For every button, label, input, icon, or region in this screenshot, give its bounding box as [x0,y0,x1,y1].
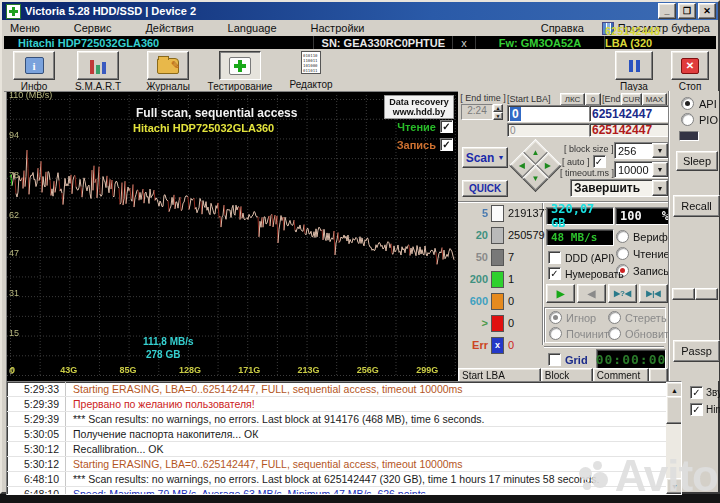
scroll-down-button[interactable]: ▼ [666,478,682,494]
step-back-button[interactable]: ◀ [577,284,606,303]
toolbar-editor[interactable]: 010110 110011 101000 011011 Редактор [282,51,340,90]
scan-button[interactable]: Scan▼ [462,147,508,168]
hints-checkbox[interactable]: ✓ [690,403,703,416]
legend-read-checkbox[interactable]: ✓ [440,120,453,133]
block-size-arrow[interactable]: ▼ [652,143,668,158]
menu-item-3[interactable]: Language [228,22,277,34]
y-tick-110: 110 (MB/s) [9,90,52,100]
after-action-arrow[interactable]: ▼ [652,180,668,196]
log-row-4[interactable]: 5:30:12Recallibration... OK [7,442,666,457]
scan-graph[interactable]: 110 (MB/s)9478624731150 043G85G128G171G2… [6,91,460,383]
log-scrollbar[interactable]: ▲ ▼ [666,382,681,494]
category-row-5: 52191377 [462,205,551,221]
menu-item-4[interactable]: Настройки [311,22,365,34]
defect-action-group: Игнор Стереть Починить Обновить [544,307,666,343]
y-tick-15: 15 [9,328,19,338]
seek-question-button[interactable]: ▶?◀ [608,284,637,303]
log-message: Speed: Maximum 79 MB/s. Average 63 MB/s.… [66,487,429,495]
toolbar-test[interactable]: Тестирование [202,51,278,92]
numerate-checkbox[interactable]: ✓ [548,267,561,280]
log-row-7[interactable]: 6:48:10Speed: Maximum 79 MB/s. Average 6… [7,487,666,495]
end-time-spinner[interactable]: 2:24 ▲▼ [461,104,503,120]
down-arrow-icon: ▼ [532,174,540,182]
menu-item-0[interactable]: Меню [10,22,40,34]
menu-item-1[interactable]: Сервис [74,22,112,34]
graph-title: Full scan, sequential access [136,106,297,120]
end-lba-input[interactable]: 625142447 [589,105,669,122]
log-row-5[interactable]: 5:30:12Starting ERASING, LBA=0..62514244… [7,457,666,472]
verify-radio[interactable] [616,230,629,243]
scroll-thumb[interactable] [666,396,682,424]
ignore-radio[interactable] [549,311,562,324]
log-time: 5:29:39 [7,412,66,426]
log-time: 6:48:10 [7,487,66,495]
menu-item-2[interactable]: Действия [145,22,193,34]
close-button[interactable]: ✕ [698,3,716,19]
x-tick-0: 0 [10,365,15,375]
category-count: 250579 [508,229,545,241]
quick-button[interactable]: QUICK [462,180,508,197]
hints-checkbox-row[interactable]: ✓Hints [690,403,720,416]
read-radio-row[interactable]: Чтение [616,247,670,260]
api-radio[interactable] [681,97,694,110]
toolbar-info[interactable]: i Инфо [10,51,58,92]
sound-checkbox-row[interactable]: ✓Звук [690,386,720,399]
maximize-button[interactable]: ❐ [678,3,696,19]
sleep-button[interactable]: Sleep [676,151,718,171]
numerate-checkbox-row[interactable]: ✓Нумеровать [548,267,624,280]
seek-end-button[interactable]: ▶|◀ [639,284,668,303]
erase-radio-row[interactable]: Стереть [608,311,667,324]
menu-item-help[interactable]: Справка [541,22,584,34]
log-panel[interactable]: 5:29:33Starting ERASING, LBA=0..62514244… [6,381,682,495]
verify-radio-row[interactable]: Вериф. [616,230,671,243]
end-time-up[interactable]: ▲ [493,104,503,112]
end-lba2-input[interactable]: 625142447 [589,123,669,137]
grid-checkbox[interactable] [548,353,561,366]
aux-button-2[interactable] [695,288,718,300]
grid-checkbox-row[interactable]: Grid [548,353,588,366]
erase-radio[interactable] [608,311,621,324]
timeout-arrow[interactable]: ▼ [652,162,668,177]
refresh-radio-row[interactable]: Обновить [608,327,675,340]
sound-checkbox[interactable]: ✓ [690,386,703,399]
timeout-select[interactable]: 10000 ▼ [614,161,669,178]
toolbar-smart[interactable]: S.M.A.R.T [66,51,130,92]
toolbar-pause[interactable]: Пауза [612,51,656,92]
auto-checkbox[interactable]: ✓ [593,155,606,168]
end-time-label: [ End time ] [459,93,507,103]
log-row-6[interactable]: 6:48:10*** Scan results: no warnings, no… [7,472,666,487]
ddd-checkbox-row[interactable]: DDD (API) [548,251,615,264]
timeout-label: [ timeout.ms ] [560,168,614,178]
legend-write-checkbox[interactable]: ✓ [440,138,453,151]
timer-display: 00:00:00 [596,349,666,369]
pio-radio-row[interactable]: PIO [681,113,718,126]
api-radio-row[interactable]: API [681,97,717,110]
ddd-checkbox[interactable] [548,251,561,264]
repair-radio[interactable] [549,327,562,340]
start-lba-input[interactable]: 0 [507,105,591,122]
log-row-0[interactable]: 5:29:33Starting ERASING, LBA=0..62514244… [7,382,666,397]
y-tick-62: 62 [9,210,19,220]
refresh-radio[interactable] [608,327,621,340]
block-size-select[interactable]: 256 ▼ [614,142,669,159]
toolbar-logs[interactable]: Журналы [138,51,198,92]
start-lba2-input[interactable]: 0 [507,123,591,137]
aux-button-1[interactable] [672,288,695,300]
play-button[interactable]: ▶ [546,284,575,303]
auto-label: [ auto ] [562,157,590,167]
recall-button[interactable]: Recall [673,195,720,217]
minimize-button[interactable]: _ [658,3,676,19]
toolbar-stop[interactable]: ✕ Стоп [668,51,712,92]
log-row-3[interactable]: 5:30:05Получение паспорта накопителя... … [7,427,666,442]
ignore-radio-row[interactable]: Игнор [549,311,596,324]
end-time-down[interactable]: ▼ [493,112,503,120]
pio-radio[interactable] [681,113,694,126]
serial-x-button[interactable]: x [453,36,476,49]
log-row-1[interactable]: 5:29:39Прервано по желанию пользователя! [7,397,666,412]
log-time: 5:30:12 [7,442,66,456]
read-radio[interactable] [616,247,629,260]
passp-button[interactable]: Passp [673,340,720,362]
repair-radio-row[interactable]: Починить [549,327,615,340]
after-scan-action-select[interactable]: Завершить ▼ [570,179,669,197]
log-row-2[interactable]: 5:29:39*** Scan results: no warnings, no… [7,412,666,427]
